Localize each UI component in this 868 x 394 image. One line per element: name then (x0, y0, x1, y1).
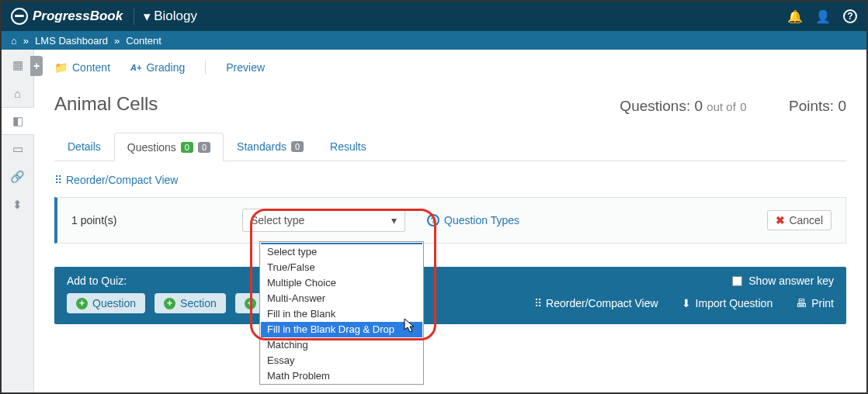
subnav-content-label: Content (72, 61, 110, 74)
topbar: ProgressBook ▾ Biology 🔔 👤 ? (2, 2, 866, 31)
subnav-content[interactable]: 📁 Content (54, 61, 110, 74)
download-icon: ⬇ (682, 297, 691, 309)
dropdown-option[interactable]: Multiple Choice (261, 275, 422, 291)
print-label: Print (811, 297, 834, 309)
show-answer-key[interactable]: Show answer key (732, 275, 834, 287)
rail-dashboard[interactable]: ◧ (2, 107, 34, 135)
dropdown-option[interactable]: Fill in the Blank Drag & Drop (261, 322, 422, 337)
quizbar-reorder-link[interactable]: ⠿ Reorder/Compact View (534, 297, 658, 309)
header-meta: Questions: 0 out of 0 Points: 0 (620, 98, 846, 115)
app-name: ProgressBook (33, 9, 123, 24)
reorder-compact-link[interactable]: ⠿ Reorder/Compact View (54, 174, 846, 186)
help-icon[interactable]: ? (843, 9, 857, 23)
questions-total: 0 (740, 100, 746, 113)
checkbox-icon[interactable] (732, 276, 742, 286)
type-select-value: Select type (251, 214, 304, 226)
quizbar-reorder-label: Reorder/Compact View (546, 297, 658, 309)
questions-badge-gray: 0 (198, 142, 210, 153)
subnav-grading[interactable]: A+ Grading (130, 61, 185, 74)
print-link[interactable]: 🖶 Print (796, 297, 834, 309)
dropdown-option[interactable]: Multi-Answer (261, 291, 422, 306)
breadcrumb-sep-icon: » (23, 35, 29, 47)
grip-icon: ⠿ (534, 297, 541, 309)
subnav-grading-label: Grading (146, 61, 185, 74)
caret-down-icon: ▾ (391, 214, 397, 226)
rail-link[interactable]: 🔗 (2, 163, 34, 191)
breadcrumb: ⌂ » LMS Dashboard » Content (2, 31, 866, 50)
questions-label: Questions: (620, 98, 690, 114)
dropdown-option[interactable]: Essay (261, 353, 422, 368)
add-question-label: Question (92, 297, 136, 309)
tabs: Details Questions 0 0 Standards 0 Result… (54, 132, 846, 161)
link-icon: 🔗 (10, 170, 25, 184)
course-name: Biology (154, 9, 197, 24)
help-icon: ? (427, 214, 439, 226)
outof-label: out of (707, 100, 736, 113)
breadcrumb-current: Content (126, 35, 161, 47)
dropdown-option[interactable]: Fill in the Blank (261, 306, 422, 322)
show-answer-key-label: Show answer key (748, 275, 834, 287)
calendar-icon: ▦ (12, 58, 23, 72)
question-types-help-label: Question Types (444, 214, 519, 226)
book-icon: ▭ (12, 142, 23, 156)
cancel-label: Cancel (789, 214, 823, 226)
dashboard-icon: ◧ (12, 114, 23, 128)
new-question-row: 1 point(s) Select type ▾ ? Question Type… (54, 197, 846, 244)
content-area: 📁 Content A+ Grading Preview Animal Cell… (34, 50, 866, 392)
breadcrumb-sep-icon: » (114, 35, 120, 47)
rail-home[interactable]: ⌂ (2, 79, 34, 107)
tab-details-label: Details (68, 140, 101, 153)
grading-icon: A+ (130, 63, 141, 72)
add-to-quiz-label: Add to Quiz: (67, 275, 127, 287)
app-logo[interactable]: ProgressBook (11, 8, 123, 25)
dropdown-option[interactable]: Select type (261, 244, 422, 260)
hierarchy-icon: ⬍ (12, 198, 23, 212)
tab-results[interactable]: Results (317, 132, 380, 161)
divider (205, 60, 206, 74)
folder-icon: 📁 (54, 61, 68, 74)
plus-icon: + (76, 298, 88, 309)
dropdown-option[interactable]: Math Problem (261, 368, 422, 384)
bell-icon[interactable]: 🔔 (787, 9, 803, 24)
course-selector[interactable]: ▾ Biology (134, 9, 197, 25)
page-title: Animal Cells (54, 93, 158, 115)
dropdown-option[interactable]: Matching (261, 337, 422, 353)
subnav: 📁 Content A+ Grading Preview (54, 57, 846, 82)
points-text: 1 point(s) (71, 214, 242, 226)
close-icon: ✖ (776, 214, 785, 226)
tab-standards-label: Standards (237, 140, 286, 153)
add-section-label: Section (180, 297, 217, 309)
header-row: Animal Cells Questions: 0 out of 0 Point… (54, 93, 846, 115)
caret-down-icon: ▾ (144, 9, 151, 25)
question-types-help[interactable]: ? Question Types (427, 214, 519, 226)
reorder-label: Reorder/Compact View (66, 174, 178, 186)
rail-hierarchy[interactable]: ⬍ (2, 191, 34, 219)
rail-book[interactable]: ▭ (2, 135, 34, 163)
left-rail: + ▦ ⌂ ◧ ▭ 🔗 ⬍ (2, 50, 34, 392)
logo-icon (11, 8, 28, 25)
breadcrumb-dashboard[interactable]: LMS Dashboard (35, 35, 108, 47)
tab-questions[interactable]: Questions 0 0 (114, 133, 224, 161)
questions-count: 0 (694, 98, 703, 114)
subnav-preview[interactable]: Preview (226, 61, 265, 74)
question-type-select[interactable]: Select type ▾ (242, 209, 405, 232)
tab-results-label: Results (330, 140, 366, 153)
tab-details[interactable]: Details (54, 132, 114, 161)
breadcrumb-home[interactable]: ⌂ (11, 35, 17, 47)
question-type-dropdown[interactable]: Select typeTrue/FalseMultiple ChoiceMult… (259, 241, 424, 385)
add-section-button[interactable]: + Section (155, 293, 226, 313)
cancel-button[interactable]: ✖ Cancel (767, 210, 832, 230)
plus-icon: + (164, 298, 175, 309)
tab-standards[interactable]: Standards 0 (224, 132, 317, 161)
dropdown-option[interactable]: True/False (261, 260, 422, 275)
grip-icon: ⠿ (54, 174, 61, 186)
rail-calendar[interactable]: ▦ (2, 51, 34, 79)
import-question-label: Import Question (696, 297, 773, 309)
questions-badge-green: 0 (181, 142, 193, 153)
import-question-link[interactable]: ⬇ Import Question (682, 297, 773, 309)
add-question-button[interactable]: + Question (67, 293, 145, 313)
standards-badge: 0 (291, 141, 304, 152)
points-label: Points: (789, 98, 834, 114)
home-icon: ⌂ (14, 87, 21, 100)
user-icon[interactable]: 👤 (815, 9, 831, 24)
